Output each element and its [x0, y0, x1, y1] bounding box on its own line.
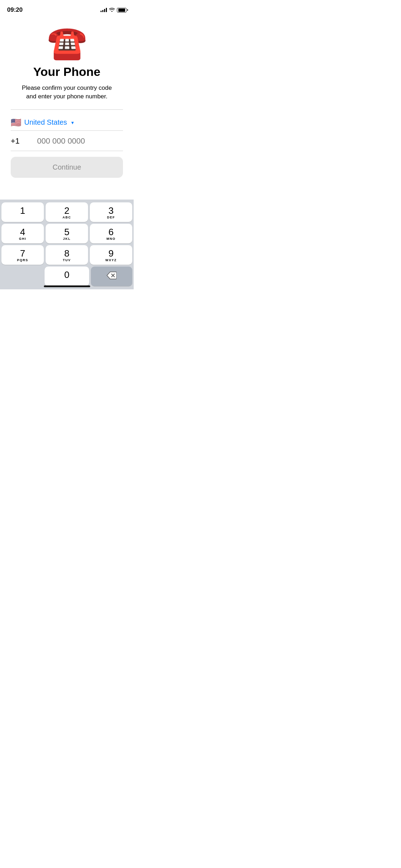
country-name: United States — [24, 118, 67, 126]
key-3[interactable]: 3 DEF — [90, 202, 132, 222]
page-subtitle: Please confirm your country codeand ente… — [22, 84, 112, 101]
key-1-number: 1 — [20, 206, 25, 215]
key-delete[interactable] — [91, 267, 132, 286]
key-5-letters: JKL — [63, 237, 71, 241]
keyboard-row-1: 1 2 ABC 3 DEF — [1, 202, 132, 222]
key-6-number: 6 — [108, 227, 113, 237]
status-time: 09:20 — [7, 6, 22, 14]
key-2-letters: ABC — [63, 216, 71, 219]
delete-icon — [107, 272, 117, 281]
top-divider — [11, 109, 123, 110]
key-2-number: 2 — [64, 206, 69, 215]
key-1-letters — [22, 216, 23, 219]
key-6[interactable]: 6 MNO — [90, 224, 132, 243]
key-2[interactable]: 2 ABC — [46, 202, 88, 222]
key-0-number: 0 — [64, 270, 69, 279]
key-3-number: 3 — [108, 206, 113, 215]
keyboard-row-2: 4 GHI 5 JKL 6 MNO — [1, 224, 132, 243]
phone-input-row: +1 — [11, 136, 123, 151]
phone-icon: ☎️ — [47, 26, 87, 58]
country-divider — [11, 130, 123, 131]
page-title: Your Phone — [33, 65, 100, 79]
key-3-letters: DEF — [107, 216, 115, 219]
key-8[interactable]: 8 TUV — [46, 245, 88, 265]
key-5-number: 5 — [64, 227, 69, 237]
home-indicator — [44, 285, 90, 287]
country-code: +1 — [11, 136, 29, 146]
key-9-letters: WXYZ — [106, 258, 117, 262]
chevron-down-icon: ▾ — [71, 120, 74, 125]
keyboard: 1 2 ABC 3 DEF 4 GHI 5 JKL 6 MNO 7 PQRS — [0, 200, 134, 289]
key-7-letters: PQRS — [17, 258, 29, 262]
key-8-letters: TUV — [63, 258, 71, 262]
key-1[interactable]: 1 — [1, 202, 44, 222]
key-5[interactable]: 5 JKL — [46, 224, 88, 243]
keyboard-row-4: 0 — [1, 267, 132, 286]
continue-button[interactable]: Continue — [11, 157, 123, 178]
key-9-number: 9 — [108, 249, 113, 258]
main-content: ☎️ Your Phone Please confirm your countr… — [0, 16, 134, 178]
wifi-icon — [109, 7, 115, 13]
key-4-letters: GHI — [19, 237, 26, 241]
country-selector[interactable]: 🇺🇸 United States ▾ — [11, 115, 123, 130]
key-empty — [1, 267, 43, 286]
key-6-letters: MNO — [107, 237, 116, 241]
country-flag: 🇺🇸 — [11, 118, 21, 128]
keyboard-row-3: 7 PQRS 8 TUV 9 WXYZ — [1, 245, 132, 265]
key-4[interactable]: 4 GHI — [1, 224, 44, 243]
key-7[interactable]: 7 PQRS — [1, 245, 44, 265]
key-9[interactable]: 9 WXYZ — [90, 245, 132, 265]
status-bar: 09:20 — [0, 0, 134, 16]
key-4-number: 4 — [20, 227, 25, 237]
key-0[interactable]: 0 — [45, 267, 89, 286]
key-7-number: 7 — [20, 249, 25, 258]
status-icons — [101, 7, 127, 13]
battery-icon — [117, 8, 127, 12]
phone-number-input[interactable] — [37, 136, 134, 146]
key-8-number: 8 — [64, 249, 69, 258]
key-0-letters — [66, 280, 67, 283]
signal-icon — [101, 8, 107, 12]
